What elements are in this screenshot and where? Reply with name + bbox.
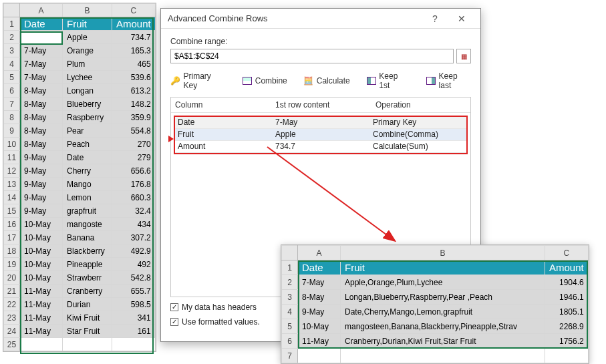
row-header[interactable]: 8	[4, 111, 20, 124]
cell[interactable]: Apple	[63, 31, 112, 44]
cell[interactable]: Peach	[63, 138, 112, 151]
grid-row[interactable]: FruitAppleCombine(Comma)	[175, 129, 466, 141]
cell[interactable]: Blueberry	[63, 98, 112, 111]
cell[interactable]: 11-May	[20, 298, 63, 311]
cell[interactable]: 1946.1	[545, 290, 589, 305]
cell[interactable]: 148.2	[112, 98, 156, 111]
grid-row[interactable]: Amount734.7Calculate(Sum)	[175, 141, 466, 153]
cell[interactable]: 9-May	[20, 151, 63, 164]
cell[interactable]: 8-May	[20, 84, 63, 98]
cell[interactable]: Cranberry	[63, 285, 112, 298]
col-header-a[interactable]: A	[298, 246, 341, 260]
combine-button[interactable]: Combine	[242, 71, 287, 90]
col-header-b[interactable]: B	[341, 246, 545, 260]
cell[interactable]: 434	[112, 218, 156, 231]
cell[interactable]: 10-May	[20, 231, 63, 244]
row-header[interactable]: 11	[4, 151, 20, 164]
row-header[interactable]: 18	[4, 244, 20, 258]
keep-last-button[interactable]: Keep last	[426, 71, 471, 90]
cell[interactable]: 165.3	[112, 44, 156, 57]
cell[interactable]: 660.3	[112, 191, 156, 204]
row-header[interactable]: 7	[282, 349, 298, 363]
cell[interactable]: Fruit	[63, 17, 112, 31]
cell[interactable]: grapfruit	[63, 204, 112, 218]
cell[interactable]: Fruit	[341, 260, 545, 275]
row-header[interactable]: 16	[4, 218, 20, 231]
row-header[interactable]: 10	[4, 138, 20, 151]
cell[interactable]: 7-May	[20, 31, 63, 44]
cell[interactable]: 9-May	[20, 191, 63, 204]
row-header[interactable]: 15	[4, 204, 20, 218]
cell[interactable]: 9-May	[298, 305, 341, 319]
calculate-button[interactable]: Calculate	[303, 71, 350, 90]
cell[interactable]: Cranberry,Durian,Kiwi Fruit,Star Fruit	[341, 334, 545, 349]
grid-row[interactable]: Date7-MayPrimary Key	[175, 117, 466, 129]
cell[interactable]: 307.2	[112, 231, 156, 244]
cell[interactable]: 8-May	[20, 124, 63, 138]
help-button[interactable]: ?	[422, 13, 448, 24]
cell[interactable]: 613.2	[112, 84, 156, 98]
cell[interactable]: Longan	[63, 84, 112, 98]
cell[interactable]: Strawberr	[63, 271, 112, 285]
row-header[interactable]: 6	[282, 334, 298, 349]
cell[interactable]: Date,Cherry,Mango,Lemon,grapfruit	[341, 305, 545, 319]
cell[interactable]: 9-May	[20, 178, 63, 191]
cell[interactable]: Amount	[545, 260, 589, 275]
cell[interactable]: 7-May	[20, 57, 63, 71]
row-header[interactable]: 4	[4, 57, 20, 71]
cell[interactable]: Blackberry	[63, 244, 112, 258]
cell[interactable]: 10-May	[20, 271, 63, 285]
cell[interactable]: 2268.9	[545, 319, 589, 334]
cell[interactable]: Banana	[63, 231, 112, 244]
cell[interactable]: 8-May	[20, 138, 63, 151]
cell[interactable]: 9-May	[20, 204, 63, 218]
cell[interactable]: 7-May	[298, 275, 341, 290]
cell[interactable]: 656.6	[112, 164, 156, 178]
row-header[interactable]: 2	[282, 275, 298, 290]
cell[interactable]: 11-May	[298, 334, 341, 349]
cell[interactable]: 492	[112, 258, 156, 271]
cell[interactable]: Raspberry	[63, 111, 112, 124]
cell[interactable]: 465	[112, 57, 156, 71]
row-header[interactable]: 22	[4, 298, 20, 311]
select-all-corner[interactable]	[282, 246, 298, 260]
row-header[interactable]: 9	[4, 124, 20, 138]
row-header[interactable]: 20	[4, 271, 20, 285]
cell[interactable]: Apple,Orange,Plum,Lychee	[341, 275, 545, 290]
row-header[interactable]: 1	[282, 260, 298, 275]
row-header[interactable]: 12	[4, 164, 20, 178]
row-header[interactable]: 23	[4, 311, 20, 325]
main-spreadsheet[interactable]: A B C 1 Date Fruit Amount 27-MayApple734…	[3, 3, 156, 351]
cell[interactable]: 1904.6	[545, 275, 589, 290]
cell[interactable]: mangosteen,Banana,Blackberry,Pineapple,S…	[341, 319, 545, 334]
row-header[interactable]: 5	[282, 319, 298, 334]
cell[interactable]: 10-May	[20, 258, 63, 271]
row-header[interactable]: 5	[4, 71, 20, 84]
cell[interactable]: Pear	[63, 124, 112, 138]
cell[interactable]: 734.7	[112, 31, 156, 44]
cell[interactable]: Lychee	[63, 71, 112, 84]
cell[interactable]: 539.6	[112, 71, 156, 84]
cell[interactable]: Date	[298, 260, 341, 275]
close-button[interactable]: ✕	[448, 13, 475, 24]
row-header[interactable]: 7	[4, 98, 20, 111]
cell[interactable]: 11-May	[20, 285, 63, 298]
cell[interactable]: 11-May	[20, 325, 63, 338]
row-header[interactable]: 3	[282, 290, 298, 305]
range-picker-icon[interactable]: ▦	[456, 49, 471, 63]
row-header[interactable]: 19	[4, 258, 20, 271]
cell[interactable]: 492.9	[112, 244, 156, 258]
cell[interactable]: Mango	[63, 178, 112, 191]
cell[interactable]: Date	[20, 17, 63, 31]
cell[interactable]: Orange	[63, 44, 112, 57]
cell[interactable]: Kiwi Fruit	[63, 311, 112, 325]
row-header[interactable]: 14	[4, 191, 20, 204]
cell[interactable]: 8-May	[298, 290, 341, 305]
cell[interactable]: 8-May	[20, 98, 63, 111]
row-header[interactable]: 24	[4, 325, 20, 338]
col-header-c[interactable]: C	[112, 4, 156, 17]
cell[interactable]: 10-May	[20, 244, 63, 258]
cell[interactable]: 9-May	[20, 164, 63, 178]
row-header[interactable]: 13	[4, 178, 20, 191]
cell[interactable]: 279	[112, 151, 156, 164]
